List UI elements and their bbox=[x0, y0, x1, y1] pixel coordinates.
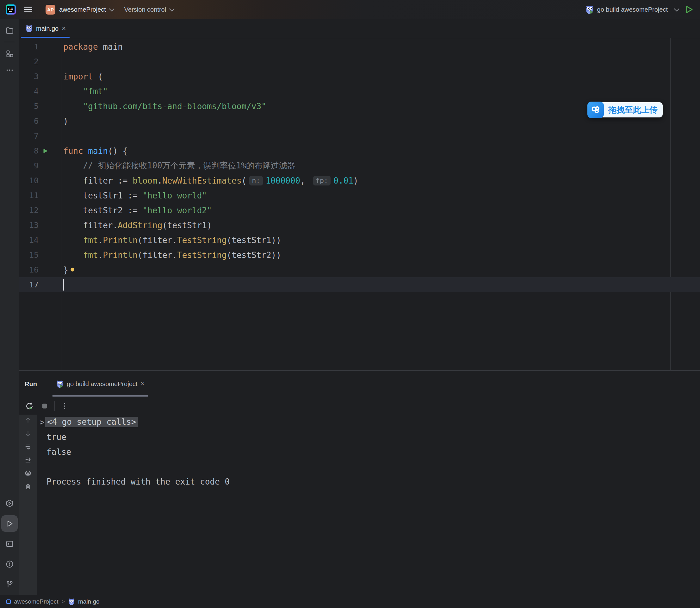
more-options-icon[interactable] bbox=[59, 401, 70, 412]
structure-icon[interactable] bbox=[1, 45, 18, 62]
line-number: 2 bbox=[19, 57, 39, 66]
services-icon[interactable] bbox=[1, 495, 18, 511]
line-number: 12 bbox=[19, 206, 39, 215]
console-line bbox=[40, 459, 700, 474]
run-panel-title: Run bbox=[25, 380, 37, 388]
code-editor[interactable]: 1package main23import (4 "fmt"5 "github.… bbox=[19, 38, 700, 370]
scroll-to-end-icon[interactable] bbox=[24, 456, 32, 464]
console: ><4 go setup calls>truefalseProcess fini… bbox=[19, 415, 700, 595]
run-tab[interactable]: go build awesomeProject × bbox=[52, 370, 148, 397]
tool-window-rail bbox=[0, 19, 19, 595]
code-text bbox=[63, 279, 64, 290]
editor-tab-bar: main.go × bbox=[19, 19, 700, 38]
code-line-13[interactable]: 13 filter.AddString(testStr1) bbox=[19, 218, 700, 233]
divider bbox=[4, 42, 15, 42]
code-line-16[interactable]: 16} bbox=[19, 262, 700, 277]
baidu-netdisk-cloud-icon bbox=[587, 101, 604, 118]
run-config-name: go build awesomeProject bbox=[597, 6, 668, 13]
run-tab-label: go build awesomeProject bbox=[67, 380, 137, 388]
line-number: 16 bbox=[19, 265, 39, 274]
console-line: true bbox=[40, 430, 700, 444]
line-number: 15 bbox=[19, 250, 39, 260]
line-number: 11 bbox=[19, 191, 39, 200]
code-line-10[interactable]: 10 filter := bloom.NewWithEstimates(n:10… bbox=[19, 173, 700, 188]
code-text: testStr2 := "hello world2" bbox=[63, 206, 212, 215]
chevron-down-icon bbox=[169, 6, 175, 12]
project-widget[interactable]: awesomeProject bbox=[59, 6, 106, 13]
drag-upload-badge[interactable]: 拖拽至此上传 bbox=[587, 101, 663, 118]
caret bbox=[63, 279, 64, 290]
line-number: 4 bbox=[19, 87, 39, 96]
up-icon[interactable] bbox=[24, 417, 32, 424]
run-tool-window-icon[interactable] bbox=[1, 515, 18, 532]
line-number: 13 bbox=[19, 221, 39, 230]
code-text: fmt.Println(filter.TestString(testStr1)) bbox=[63, 235, 281, 245]
run-configuration-widget[interactable]: go build awesomeProject bbox=[585, 5, 678, 14]
print-icon[interactable] bbox=[24, 470, 32, 477]
line-number: 3 bbox=[19, 72, 39, 81]
gutter-marker-area bbox=[39, 148, 63, 154]
tab-main-go[interactable]: main.go × bbox=[19, 19, 72, 38]
line-number: 10 bbox=[19, 176, 39, 185]
down-icon[interactable] bbox=[24, 430, 32, 437]
code-line-12[interactable]: 12 testStr2 := "hello world2" bbox=[19, 203, 700, 218]
code-line-2[interactable]: 2 bbox=[19, 54, 700, 69]
run-line-icon[interactable] bbox=[42, 148, 49, 154]
code-text: fmt.Println(filter.TestString(testStr2)) bbox=[63, 250, 281, 260]
intention-bulb-icon[interactable] bbox=[69, 266, 76, 273]
code-text: // 初始化能接收100万个元素，误判率位1%的布隆过滤器 bbox=[63, 160, 295, 171]
code-text: "fmt" bbox=[63, 87, 108, 96]
version-control-widget[interactable]: Version control bbox=[124, 6, 166, 13]
run-button[interactable] bbox=[684, 5, 694, 14]
code-line-8[interactable]: 8func main() { bbox=[19, 144, 700, 158]
chevron-down-icon bbox=[109, 6, 114, 12]
tab-close-icon[interactable]: × bbox=[62, 25, 66, 32]
problems-icon[interactable] bbox=[1, 556, 18, 572]
console-line: Process finished with the exit code 0 bbox=[40, 474, 700, 489]
project-folder-icon[interactable] bbox=[1, 22, 18, 39]
code-line-4[interactable]: 4 "fmt" bbox=[19, 84, 700, 99]
run-panel-header: Run go build awesomeProject × bbox=[19, 370, 700, 397]
code-line-9[interactable]: 9 // 初始化能接收100万个元素，误判率位1%的布隆过滤器 bbox=[19, 158, 700, 173]
code-line-11[interactable]: 11 testStr1 := "hello world" bbox=[19, 188, 700, 203]
code-line-1[interactable]: 1package main bbox=[19, 39, 700, 54]
project-avatar[interactable]: AP bbox=[45, 5, 55, 15]
tab-label: main.go bbox=[36, 25, 59, 32]
main-menu-icon[interactable] bbox=[24, 7, 32, 12]
code-text: ) bbox=[63, 116, 68, 126]
active-run-tab-indicator bbox=[52, 395, 148, 397]
code-text: package main bbox=[63, 42, 123, 52]
code-line-14[interactable]: 14 fmt.Println(filter.TestString(testStr… bbox=[19, 233, 700, 247]
soft-wrap-icon[interactable] bbox=[24, 443, 32, 450]
code-text: func main() { bbox=[63, 146, 128, 156]
code-line-17[interactable]: 17 bbox=[19, 277, 700, 292]
divider bbox=[54, 401, 55, 411]
version-control-branch-icon[interactable] bbox=[1, 576, 18, 592]
code-text: testStr1 := "hello world" bbox=[63, 191, 207, 200]
main-toolbar: GO AP awesomeProject Version control go … bbox=[0, 0, 700, 19]
line-number: 9 bbox=[19, 161, 39, 170]
console-line: ><4 go setup calls> bbox=[40, 415, 700, 430]
breadcrumb-project[interactable]: awesomeProject bbox=[14, 598, 58, 605]
terminal-icon[interactable] bbox=[1, 535, 18, 552]
drag-upload-label: 拖拽至此上传 bbox=[601, 102, 663, 117]
more-tool-windows-icon[interactable] bbox=[1, 62, 18, 78]
breadcrumb-file[interactable]: main.go bbox=[78, 598, 100, 605]
active-tab-indicator bbox=[21, 37, 70, 38]
breadcrumb-separator: > bbox=[61, 598, 65, 605]
line-number: 8 bbox=[19, 146, 39, 155]
run-toolbar bbox=[19, 397, 700, 415]
code-text: filter := bloom.NewWithEstimates(n:10000… bbox=[63, 176, 358, 186]
clear-all-icon[interactable] bbox=[24, 483, 32, 490]
stop-icon[interactable] bbox=[39, 401, 50, 412]
line-number: 6 bbox=[19, 116, 39, 126]
line-number: 14 bbox=[19, 235, 39, 245]
module-icon bbox=[6, 600, 11, 604]
code-line-3[interactable]: 3import ( bbox=[19, 69, 700, 84]
fold-chevron-icon[interactable]: > bbox=[40, 417, 45, 427]
rerun-icon[interactable] bbox=[24, 401, 35, 412]
code-line-7[interactable]: 7 bbox=[19, 129, 700, 144]
code-line-15[interactable]: 15 fmt.Println(filter.TestString(testStr… bbox=[19, 247, 700, 262]
run-tab-close-icon[interactable]: × bbox=[140, 380, 144, 387]
folded-region[interactable]: <4 go setup calls> bbox=[45, 417, 138, 427]
